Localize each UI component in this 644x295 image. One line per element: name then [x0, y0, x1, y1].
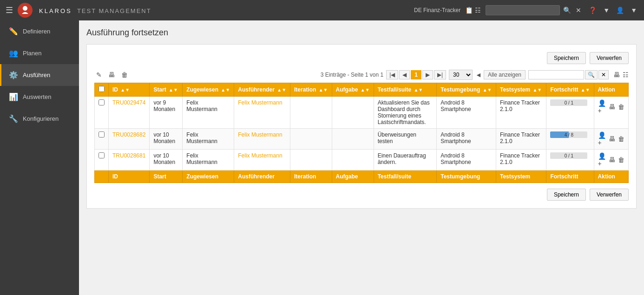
clear-search-icon[interactable]: ✕ — [574, 7, 583, 14]
auswerten-icon: 📊 — [9, 92, 18, 101]
col-start[interactable]: Start ▲▼ — [150, 83, 183, 97]
next-page-btn[interactable]: ▶ — [422, 70, 433, 79]
per-page-selector: 30 50 100 — [449, 70, 473, 80]
print-row-icon[interactable]: 🖶 — [609, 156, 615, 164]
row-testfall: Aktualisieren Sie das Dashboard durch St… — [374, 97, 437, 129]
copy-icon[interactable]: 📋 — [465, 7, 473, 14]
content-card: Speichern Verwerfen ✎ 🖶 🗑 3 Einträge - S… — [86, 44, 637, 209]
col-ausfuehrender[interactable]: Ausführender ▲▼ — [234, 83, 290, 97]
filter-all-btn[interactable]: Alle anzeigen — [484, 70, 526, 79]
export-icon[interactable]: 🖶 — [613, 71, 620, 79]
save-button-top[interactable]: Speichern — [547, 52, 586, 64]
row-ausfuehrender-link[interactable]: Felix Mustermann — [238, 131, 282, 138]
sidebar-item-ausfuehren[interactable]: ⚙️ Ausführen — [0, 64, 79, 86]
row-aktion: 👤+🖶🗑 — [594, 129, 628, 150]
current-page-btn[interactable]: 1 — [411, 70, 421, 79]
global-search-input[interactable] — [486, 5, 560, 15]
edit-icon[interactable]: ✎ — [94, 70, 104, 79]
footer-col-ausfuehrender: Ausführender — [234, 170, 290, 183]
toolbar-top: Speichern Verwerfen — [94, 52, 629, 64]
select-all-col — [95, 83, 109, 97]
footer-col-aktion: Aktion — [594, 170, 628, 183]
brand-name: KLAROS TEST MANAGEMENT — [37, 7, 151, 14]
print-row-icon[interactable]: 🖶 — [609, 103, 615, 111]
sidebar-item-planen[interactable]: 👥 Planen — [0, 42, 79, 64]
row-testumgebung: Android 8 Smartphone — [437, 150, 496, 170]
search-icon[interactable]: 🔍 — [562, 7, 572, 14]
last-page-btn[interactable]: ▶| — [434, 70, 446, 79]
delete-row-icon[interactable]: 🗑 — [618, 103, 624, 111]
user-icon[interactable]: 👤 — [615, 7, 625, 14]
sidebar-item-definieren[interactable]: ✏️ Definieren — [0, 20, 79, 42]
select-all-checkbox[interactable] — [99, 86, 105, 92]
col-testumgebung[interactable]: Testumgebung ▲▼ — [437, 83, 496, 97]
context-label: DE Finanz-Tracker — [414, 7, 460, 13]
assign-icon[interactable]: 👤+ — [598, 131, 606, 146]
col-iteration[interactable]: Iteration ▲▼ — [290, 83, 332, 97]
table-search-input[interactable] — [528, 70, 584, 79]
filter-icon[interactable]: ◄ — [475, 71, 482, 79]
col-testfall[interactable]: Testfall/suite ▲▼ — [374, 83, 437, 97]
row-id-link[interactable]: TRU0028681 — [112, 152, 145, 159]
row-aufgabe — [332, 129, 374, 150]
col-fortschritt[interactable]: Fortschritt ▲▼ — [546, 83, 594, 97]
assign-icon[interactable]: 👤+ — [598, 99, 606, 114]
assign-icon[interactable]: 👤+ — [598, 152, 606, 167]
hamburger-menu[interactable]: ☰ — [6, 5, 13, 15]
first-page-btn[interactable]: |◀ — [386, 70, 398, 79]
main-content: Ausführung fortsetzen Speichern Verwerfe… — [79, 20, 644, 295]
delete-icon[interactable]: 🗑 — [119, 70, 130, 79]
columns-icon[interactable]: ☷ — [623, 71, 629, 79]
row-id-link[interactable]: TRU0029474 — [112, 99, 145, 106]
sidebar-item-label: Konfigurieren — [23, 115, 59, 122]
sidebar-item-label: Definieren — [23, 28, 50, 35]
row-testumgebung: Android 8 Smartphone — [437, 97, 496, 129]
user-dropdown-icon[interactable]: ▼ — [629, 7, 638, 14]
table-search-btn[interactable]: 🔍 — [585, 70, 598, 79]
row-aufgabe — [332, 150, 374, 170]
row-start: vor 9 Monaten — [150, 97, 183, 129]
sidebar-item-label: Ausführen — [23, 72, 50, 79]
sidebar-item-auswerten[interactable]: 📊 Auswerten — [0, 86, 79, 108]
search-area: 🔍 ✕ — [486, 5, 583, 15]
prev-page-btn[interactable]: ◀ — [399, 70, 410, 79]
footer-check-col — [95, 170, 109, 183]
per-page-select[interactable]: 30 50 100 — [449, 70, 473, 80]
print-icon[interactable]: 🖶 — [106, 70, 117, 79]
save-button-bottom[interactable]: Speichern — [547, 189, 586, 201]
row-aufgabe — [332, 97, 374, 129]
row-iteration — [290, 150, 332, 170]
row-aktion: 👤+🖶🗑 — [594, 97, 628, 129]
row-testsystem: Finance Tracker 2.1.0 — [496, 129, 546, 150]
row-id-link[interactable]: TRU0028682 — [112, 131, 145, 138]
row-checkbox[interactable] — [99, 131, 105, 138]
col-zugewiesen[interactable]: Zugewiesen ▲▼ — [183, 83, 234, 97]
table-search-clear-btn[interactable]: ✕ — [598, 70, 609, 79]
konfigurieren-icon: 🔧 — [9, 114, 18, 123]
discard-button-top[interactable]: Verwerfen — [590, 52, 629, 64]
row-checkbox[interactable] — [99, 152, 105, 158]
help-icon[interactable]: ❓ — [587, 7, 598, 14]
delete-row-icon[interactable]: 🗑 — [618, 135, 624, 143]
col-testsystem[interactable]: Testsystem ▲▼ — [496, 83, 546, 97]
results-table: ID ▲▼ Start ▲▼ Zugewiesen ▲▼ Ausführende… — [94, 83, 629, 183]
table-row: TRU0028682vor 10 MonatenFelix Mustermann… — [95, 129, 629, 150]
row-start: vor 10 Monaten — [150, 150, 183, 170]
row-ausfuehrender-link[interactable]: Felix Mustermann — [238, 99, 282, 106]
row-zugewiesen: Felix Mustermann — [183, 97, 234, 129]
col-aktion: Aktion — [594, 83, 628, 97]
footer-col-iteration: Iteration — [290, 170, 332, 183]
row-testsystem: Finance Tracker 2.1.0 — [496, 150, 546, 170]
help-dropdown-icon[interactable]: ▼ — [602, 7, 611, 14]
print-row-icon[interactable]: 🖶 — [609, 135, 615, 143]
col-aufgabe[interactable]: Aufgabe ▲▼ — [332, 83, 374, 97]
row-checkbox[interactable] — [99, 99, 105, 105]
row-ausfuehrender-link[interactable]: Felix Mustermann — [238, 152, 282, 159]
list-icon[interactable]: ☷ — [475, 7, 481, 14]
delete-row-icon[interactable]: 🗑 — [618, 156, 624, 164]
discard-button-bottom[interactable]: Verwerfen — [590, 189, 629, 201]
context-info: DE Finanz-Tracker — [414, 7, 460, 13]
sidebar-item-konfigurieren[interactable]: 🔧 Konfigurieren — [0, 108, 79, 130]
col-id[interactable]: ID ▲▼ — [109, 83, 150, 97]
logo-icon — [18, 3, 33, 18]
